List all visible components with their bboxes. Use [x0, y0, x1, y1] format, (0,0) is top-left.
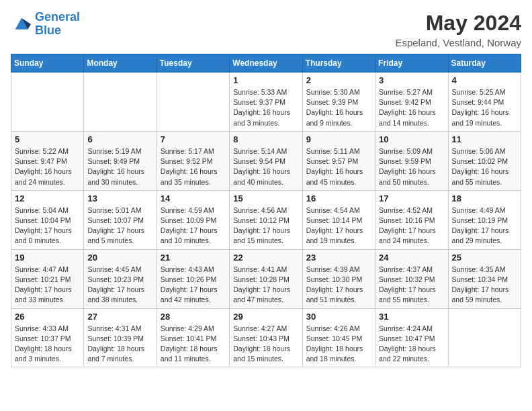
calendar-day-cell: 26Sunrise: 4:33 AMSunset: 10:37 PMDaylig…	[11, 308, 84, 367]
day-info: Sunrise: 4:41 AMSunset: 10:28 PMDaylight…	[233, 265, 298, 306]
day-number: 29	[233, 312, 298, 322]
day-number: 6	[87, 134, 152, 144]
day-info: Sunrise: 5:27 AMSunset: 9:42 PMDaylight:…	[379, 87, 444, 128]
day-number: 17	[379, 193, 444, 203]
calendar-day-cell: 5Sunrise: 5:22 AMSunset: 9:47 PMDaylight…	[11, 131, 84, 190]
day-info: Sunrise: 5:01 AMSunset: 10:07 PMDaylight…	[87, 205, 152, 246]
day-number: 25	[452, 253, 517, 263]
calendar-day-cell: 4Sunrise: 5:25 AMSunset: 9:44 PMDaylight…	[448, 73, 521, 132]
day-of-week-header: Tuesday	[157, 54, 229, 73]
day-number: 5	[15, 134, 80, 144]
day-number: 22	[233, 253, 298, 263]
day-info: Sunrise: 5:33 AMSunset: 9:37 PMDaylight:…	[233, 87, 298, 128]
location: Espeland, Vestland, Norway	[395, 37, 521, 48]
day-number: 19	[15, 253, 80, 263]
day-info: Sunrise: 4:35 AMSunset: 10:34 PMDaylight…	[452, 265, 517, 306]
day-info: Sunrise: 5:06 AMSunset: 10:02 PMDaylight…	[452, 146, 517, 187]
day-info: Sunrise: 5:22 AMSunset: 9:47 PMDaylight:…	[15, 146, 80, 187]
calendar-week-row: 26Sunrise: 4:33 AMSunset: 10:37 PMDaylig…	[11, 308, 521, 367]
calendar-day-cell: 19Sunrise: 4:47 AMSunset: 10:21 PMDaylig…	[11, 249, 84, 308]
day-number: 7	[161, 134, 226, 144]
calendar-day-cell	[157, 73, 229, 132]
day-info: Sunrise: 4:43 AMSunset: 10:26 PMDaylight…	[161, 265, 226, 306]
day-of-week-header: Monday	[84, 54, 157, 73]
day-info: Sunrise: 4:37 AMSunset: 10:32 PMDaylight…	[379, 265, 444, 306]
day-number: 8	[233, 134, 298, 144]
day-info: Sunrise: 5:11 AMSunset: 9:57 PMDaylight:…	[306, 146, 371, 187]
calendar-day-cell: 21Sunrise: 4:43 AMSunset: 10:26 PMDaylig…	[157, 249, 229, 308]
calendar-day-cell: 18Sunrise: 4:49 AMSunset: 10:19 PMDaylig…	[448, 190, 521, 249]
page-header: General Blue May 2024 Espeland, Vestland…	[11, 11, 521, 48]
logo: General Blue	[11, 11, 80, 38]
calendar-day-cell: 14Sunrise: 4:59 AMSunset: 10:09 PMDaylig…	[157, 190, 229, 249]
calendar-day-cell: 15Sunrise: 4:56 AMSunset: 10:12 PMDaylig…	[230, 190, 302, 249]
day-info: Sunrise: 5:25 AMSunset: 9:44 PMDaylight:…	[452, 87, 517, 128]
day-number: 31	[379, 312, 444, 322]
day-number: 14	[161, 193, 226, 203]
calendar-day-cell	[84, 73, 157, 132]
calendar-day-cell: 23Sunrise: 4:39 AMSunset: 10:30 PMDaylig…	[302, 249, 375, 308]
day-number: 18	[452, 193, 517, 203]
day-info: Sunrise: 4:47 AMSunset: 10:21 PMDaylight…	[15, 265, 80, 306]
calendar-day-cell: 9Sunrise: 5:11 AMSunset: 9:57 PMDaylight…	[302, 131, 375, 190]
day-info: Sunrise: 4:39 AMSunset: 10:30 PMDaylight…	[306, 265, 371, 306]
day-info: Sunrise: 4:45 AMSunset: 10:23 PMDaylight…	[87, 265, 152, 306]
calendar-day-cell: 1Sunrise: 5:33 AMSunset: 9:37 PMDaylight…	[230, 73, 302, 132]
day-info: Sunrise: 4:59 AMSunset: 10:09 PMDaylight…	[161, 205, 226, 246]
day-number: 16	[306, 193, 371, 203]
calendar-day-cell: 24Sunrise: 4:37 AMSunset: 10:32 PMDaylig…	[375, 249, 448, 308]
day-number: 30	[306, 312, 371, 322]
day-number: 2	[306, 75, 371, 85]
day-info: Sunrise: 4:56 AMSunset: 10:12 PMDaylight…	[233, 205, 298, 246]
day-number: 3	[379, 75, 444, 85]
day-info: Sunrise: 4:26 AMSunset: 10:45 PMDaylight…	[306, 324, 371, 365]
day-number: 27	[87, 312, 152, 322]
day-of-week-header: Sunday	[11, 54, 84, 73]
day-info: Sunrise: 4:54 AMSunset: 10:14 PMDaylight…	[306, 205, 371, 246]
calendar-week-row: 19Sunrise: 4:47 AMSunset: 10:21 PMDaylig…	[11, 249, 521, 308]
day-number: 23	[306, 253, 371, 263]
day-info: Sunrise: 4:31 AMSunset: 10:39 PMDaylight…	[87, 324, 152, 365]
day-number: 24	[379, 253, 444, 263]
calendar-day-cell: 31Sunrise: 4:24 AMSunset: 10:47 PMDaylig…	[375, 308, 448, 367]
calendar-day-cell: 8Sunrise: 5:14 AMSunset: 9:54 PMDaylight…	[230, 131, 302, 190]
month-title: May 2024	[395, 11, 521, 36]
day-info: Sunrise: 5:04 AMSunset: 10:04 PMDaylight…	[15, 205, 80, 246]
day-number: 26	[15, 312, 80, 322]
calendar-header-row: SundayMondayTuesdayWednesdayThursdayFrid…	[11, 54, 521, 73]
day-info: Sunrise: 5:17 AMSunset: 9:52 PMDaylight:…	[161, 146, 226, 187]
calendar-day-cell: 7Sunrise: 5:17 AMSunset: 9:52 PMDaylight…	[157, 131, 229, 190]
calendar-day-cell: 17Sunrise: 4:52 AMSunset: 10:16 PMDaylig…	[375, 190, 448, 249]
day-info: Sunrise: 4:29 AMSunset: 10:41 PMDaylight…	[161, 324, 226, 365]
day-number: 21	[161, 253, 226, 263]
calendar-day-cell: 22Sunrise: 4:41 AMSunset: 10:28 PMDaylig…	[230, 249, 302, 308]
day-number: 28	[161, 312, 226, 322]
day-of-week-header: Friday	[375, 54, 448, 73]
calendar-week-row: 1Sunrise: 5:33 AMSunset: 9:37 PMDaylight…	[11, 73, 521, 132]
calendar-day-cell	[11, 73, 84, 132]
day-number: 1	[233, 75, 298, 85]
day-of-week-header: Saturday	[448, 54, 521, 73]
day-info: Sunrise: 5:19 AMSunset: 9:49 PMDaylight:…	[87, 146, 152, 187]
calendar-day-cell: 20Sunrise: 4:45 AMSunset: 10:23 PMDaylig…	[84, 249, 157, 308]
day-number: 11	[452, 134, 517, 144]
calendar-day-cell: 3Sunrise: 5:27 AMSunset: 9:42 PMDaylight…	[375, 73, 448, 132]
day-info: Sunrise: 5:30 AMSunset: 9:39 PMDaylight:…	[306, 87, 371, 128]
day-number: 4	[452, 75, 517, 85]
calendar-day-cell: 12Sunrise: 5:04 AMSunset: 10:04 PMDaylig…	[11, 190, 84, 249]
calendar-table: SundayMondayTuesdayWednesdayThursdayFrid…	[11, 54, 521, 367]
calendar-day-cell: 16Sunrise: 4:54 AMSunset: 10:14 PMDaylig…	[302, 190, 375, 249]
day-of-week-header: Wednesday	[230, 54, 302, 73]
logo-text: General Blue	[35, 11, 80, 38]
calendar-week-row: 12Sunrise: 5:04 AMSunset: 10:04 PMDaylig…	[11, 190, 521, 249]
calendar-day-cell: 6Sunrise: 5:19 AMSunset: 9:49 PMDaylight…	[84, 131, 157, 190]
calendar-day-cell: 11Sunrise: 5:06 AMSunset: 10:02 PMDaylig…	[448, 131, 521, 190]
day-number: 15	[233, 193, 298, 203]
day-info: Sunrise: 4:24 AMSunset: 10:47 PMDaylight…	[379, 324, 444, 365]
calendar-day-cell: 29Sunrise: 4:27 AMSunset: 10:43 PMDaylig…	[230, 308, 302, 367]
calendar-day-cell: 2Sunrise: 5:30 AMSunset: 9:39 PMDaylight…	[302, 73, 375, 132]
day-number: 13	[87, 193, 152, 203]
day-number: 10	[379, 134, 444, 144]
day-info: Sunrise: 5:14 AMSunset: 9:54 PMDaylight:…	[233, 146, 298, 187]
day-info: Sunrise: 4:27 AMSunset: 10:43 PMDaylight…	[233, 324, 298, 365]
